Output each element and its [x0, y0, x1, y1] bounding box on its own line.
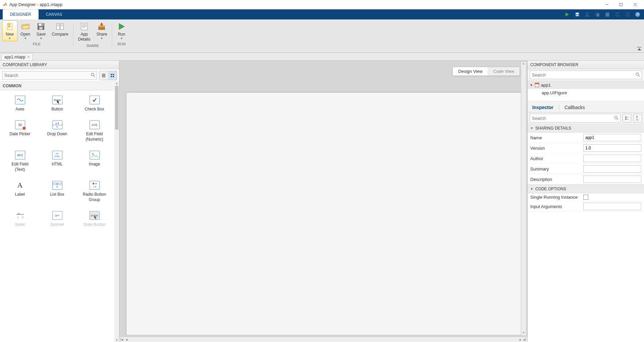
alphabetical-view-button[interactable]: az↓ [633, 114, 642, 123]
save-button[interactable]: Save ▼ [33, 20, 49, 41]
categorized-view-button[interactable] [623, 114, 631, 123]
svg-text:1: 1 [17, 216, 19, 218]
scroll-right-icon[interactable]: ▸ [518, 337, 523, 342]
editfield-numeric-icon: 123| [90, 120, 100, 129]
separator [73, 22, 73, 46]
component-checkbox[interactable]: Check Box [76, 92, 113, 114]
button-icon: PUSH [52, 96, 62, 104]
app-details-icon [79, 22, 89, 31]
toolstrip-group-share: App Details Share ▼ SHARE [74, 20, 111, 52]
prop-description: Description [528, 174, 644, 185]
listbox-icon: ab [52, 181, 62, 190]
prop-version-input[interactable] [583, 144, 641, 152]
component-slider[interactable]: 12 Slider [1, 208, 39, 229]
browser-search [528, 69, 644, 81]
document-tab[interactable]: app1.mlapp × [1, 53, 33, 60]
component-listbox[interactable]: ab List Box [39, 178, 76, 204]
component-editfield-text[interactable]: abc| Edit Field(Text) [1, 147, 39, 174]
matlab-logo-icon [2, 2, 7, 7]
callbacks-tab[interactable]: Callbacks [562, 103, 588, 112]
tab-designer[interactable]: DESIGNER [3, 9, 39, 19]
design-view-tab[interactable]: Design View [453, 67, 488, 76]
redo-quick-icon[interactable] [623, 10, 633, 19]
library-scrollbar[interactable]: ▲ ▼ [114, 82, 119, 342]
close-button[interactable] [628, 0, 642, 9]
browser-search-input[interactable] [530, 70, 642, 79]
component-library-title: COMPONENT LIBRARY [0, 61, 119, 69]
component-radiobutton-group[interactable]: ◉ a○ b Radio ButtonGroup [76, 178, 113, 204]
canvas-vscrollbar[interactable]: ▲ ▼ [521, 62, 526, 335]
share-button[interactable]: Share ▼ [93, 20, 110, 43]
run-button[interactable]: Run ▼ [114, 20, 129, 41]
prop-summary: Summary [528, 164, 644, 174]
canvas-hscrollbar[interactable]: |◂ ◂ ▸ ▸| [119, 337, 527, 342]
scroll-first-icon[interactable]: |◂ [119, 337, 124, 342]
close-tab-icon[interactable]: × [28, 55, 30, 59]
paste-quick-icon[interactable] [602, 10, 612, 19]
compare-button[interactable]: Compare [49, 20, 71, 41]
inspector-tabs: Inspector Callbacks [528, 101, 644, 112]
component-editfield-numeric[interactable]: 123| Edit Field(Numeric) [76, 117, 113, 144]
cut-quick-icon[interactable] [582, 10, 592, 19]
scrollbar-thumb[interactable] [115, 86, 118, 130]
component-html[interactable]: </>HTML HTML [39, 147, 76, 174]
svg-line-43 [94, 76, 95, 77]
inspector-tab[interactable]: Inspector [530, 103, 556, 112]
tree-item-uifigure[interactable]: app.UIFigure [528, 89, 644, 97]
uifigure-canvas[interactable] [126, 92, 521, 335]
scroll-last-icon[interactable]: ▸| [523, 337, 527, 342]
prop-single-running-checkbox[interactable] [583, 195, 588, 200]
component-image[interactable]: Image [76, 147, 113, 174]
open-button[interactable]: Open ▼ [17, 20, 33, 41]
dropdown-icon: a ▾b [52, 120, 62, 129]
copy-quick-icon[interactable] [592, 10, 602, 19]
minimize-button[interactable] [600, 0, 614, 9]
undo-quick-icon[interactable] [612, 10, 623, 19]
inspector-toolbar: az↓ [528, 112, 644, 124]
svg-rect-60 [535, 83, 539, 84]
code-view-tab[interactable]: Code View [488, 67, 520, 76]
main-split: COMPONENT LIBRARY COMMON Axes [0, 61, 644, 342]
dropdown-arrow-icon: ▼ [24, 37, 27, 40]
svg-line-62 [617, 118, 618, 120]
maximize-button[interactable] [614, 0, 628, 9]
component-button[interactable]: PUSH Button [39, 92, 76, 114]
collapse-ribbon-icon[interactable] [637, 47, 642, 51]
svg-rect-24 [39, 27, 43, 30]
library-body: COMMON Axes PUSH Button Check Box [0, 82, 114, 342]
svg-marker-54 [17, 213, 20, 214]
svg-rect-63 [625, 116, 627, 118]
inspector-search-input[interactable] [530, 114, 621, 123]
grid-view-button[interactable] [108, 71, 117, 80]
prop-description-input[interactable] [583, 176, 641, 183]
tree-twisty-icon[interactable]: ▼ [530, 83, 533, 87]
component-dropdown[interactable]: a ▾b Drop Down [39, 117, 76, 144]
category-code-options[interactable]: ▼CODE OPTIONS [528, 185, 644, 193]
label-icon: A [15, 181, 25, 190]
app-details-button[interactable]: App Details [75, 20, 94, 43]
prop-summary-input[interactable] [583, 165, 641, 173]
prop-name-input[interactable] [583, 134, 641, 141]
category-sharing-details[interactable]: ▼SHARING DETAILS [528, 124, 644, 133]
prop-author-input[interactable] [583, 155, 641, 162]
prop-input-arguments-input[interactable] [583, 203, 641, 210]
svg-marker-4 [566, 12, 569, 16]
list-view-button[interactable] [99, 71, 108, 80]
tab-canvas[interactable]: CANVAS [39, 9, 69, 19]
prop-single-running: Single Running Instance [528, 193, 644, 201]
inspector-property-list: ▼SHARING DETAILS Name Version Author Sum… [528, 124, 644, 342]
component-label[interactable]: A Label [1, 178, 39, 204]
component-statebutton[interactable]: STATE State Button [76, 208, 113, 229]
component-spinner[interactable]: 0 ▴▾ Spinner [39, 208, 76, 229]
canvas-area[interactable]: Design View Code View [121, 62, 521, 335]
help-quick-icon[interactable]: ? [633, 10, 643, 19]
component-datepicker[interactable]: 30 Date Picker [1, 117, 39, 144]
tree-root[interactable]: ▼ app1 [528, 81, 644, 89]
save-quick-icon[interactable] [572, 10, 582, 19]
svg-rect-27 [60, 23, 63, 30]
library-search-input[interactable] [2, 71, 97, 80]
run-quick-icon[interactable] [562, 10, 572, 19]
component-axes[interactable]: Axes [1, 92, 39, 114]
scroll-left-icon[interactable]: ◂ [124, 337, 129, 342]
new-button[interactable]: New ▼ [2, 20, 17, 41]
